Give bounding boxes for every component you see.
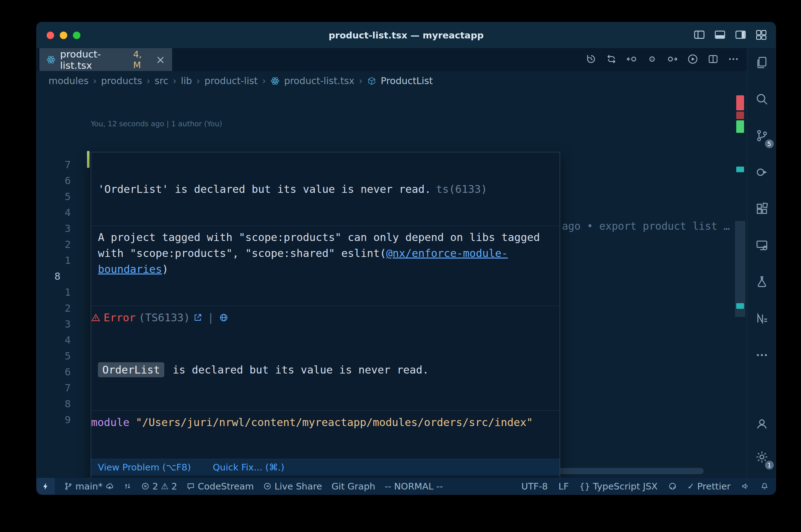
line-number: 1 — [37, 254, 91, 266]
remote-indicator[interactable] — [37, 478, 55, 494]
remote-explorer-icon[interactable] — [750, 233, 774, 257]
search-icon[interactable] — [750, 87, 774, 111]
more-actions-icon[interactable] — [727, 53, 739, 66]
token-message-row: OrderList is declared but its value is n… — [91, 354, 560, 385]
gitlens-codelens[interactable]: You, 12 seconds ago | 1 author (You) — [37, 116, 747, 132]
braces-icon: {} — [580, 481, 590, 491]
tab-close-icon[interactable]: × — [156, 54, 165, 65]
codestream-label: CodeStream — [198, 481, 254, 492]
breadcrumb-item[interactable]: ProductList — [381, 75, 433, 86]
branch-status[interactable]: main* — [64, 478, 114, 494]
tooltip-footer: View Problem (⌥F8) Quick Fix... (⌘.) — [91, 459, 560, 475]
toggle-secondary-sidebar-icon[interactable] — [734, 28, 747, 42]
testing-beaker-icon[interactable] — [750, 270, 774, 294]
toggle-sidebar-icon[interactable] — [693, 28, 706, 42]
extensions-icon[interactable] — [750, 197, 774, 221]
vscode-window: product-list.tsx — myreactapp product-li… — [36, 22, 776, 495]
breadcrumb-item[interactable]: lib — [181, 75, 192, 86]
compare-changes-icon[interactable] — [605, 53, 617, 66]
view-problem-link[interactable]: View Problem (⌥F8) — [98, 462, 191, 473]
more-views-icon[interactable] — [750, 343, 774, 367]
split-editor-icon[interactable] — [707, 53, 719, 66]
live-share-icon — [263, 482, 272, 490]
git-graph-status[interactable]: Git Graph — [331, 478, 375, 494]
settings-gear-icon[interactable]: 1 — [750, 445, 774, 469]
overview-ruler[interactable] — [735, 91, 745, 478]
breadcrumb-item[interactable]: product-list — [205, 75, 258, 86]
change-marker-icon[interactable] — [646, 53, 658, 66]
source-control-icon[interactable]: 5 — [750, 124, 774, 148]
lightning-icon — [42, 482, 50, 490]
run-debug-icon[interactable] — [750, 160, 774, 184]
status-bar: main* 2 ⚠ 2 CodeStream Live Share Git — [37, 478, 776, 494]
ruler-change-mark — [736, 120, 744, 133]
tab-bar: product-list.tsx 4, M × — [37, 48, 747, 71]
severity-label: Error — [104, 311, 135, 324]
tab-product-list[interactable]: product-list.tsx 4, M × — [39, 48, 172, 71]
separator: | — [207, 311, 214, 324]
layout-controls — [693, 22, 767, 48]
git-branch-icon — [64, 482, 73, 490]
line-number: 6 — [37, 175, 91, 187]
react-file-icon — [46, 55, 56, 64]
git-compare-status[interactable] — [123, 478, 132, 494]
ruler-info-mark — [736, 167, 744, 172]
globe-icon[interactable] — [219, 313, 229, 322]
accounts-icon[interactable] — [750, 412, 774, 436]
breadcrumb-item[interactable]: products — [101, 75, 142, 86]
error-circle-icon — [141, 482, 149, 490]
language-mode-status[interactable]: {} TypeScript JSX — [580, 478, 658, 494]
next-change-icon[interactable] — [667, 53, 678, 66]
cloud-upload-icon — [106, 482, 114, 490]
titlebar: product-list.tsx — myreactapp — [37, 22, 776, 48]
diagnostic-code: ts(6133) — [436, 183, 487, 195]
gutter-change-indicator — [87, 151, 90, 168]
explorer-icon[interactable] — [750, 51, 774, 74]
breadcrumb-item[interactable]: modules — [49, 75, 89, 86]
codestream-status[interactable]: CodeStream — [186, 478, 254, 494]
activity-bar: 5 1 — [747, 48, 776, 478]
line-number: 3 — [37, 223, 91, 234]
ruler-error-mark — [736, 95, 744, 110]
zoom-window-button[interactable] — [73, 32, 80, 39]
run-file-icon[interactable] — [687, 53, 699, 66]
breadcrumb-item[interactable]: src — [154, 75, 168, 86]
external-link-icon[interactable] — [193, 313, 202, 322]
feedback-status[interactable] — [741, 478, 750, 494]
git-graph-label: Git Graph — [331, 481, 375, 492]
github-status[interactable] — [668, 478, 677, 494]
warning-icon: ⚠ — [161, 481, 168, 491]
problems-status[interactable]: 2 ⚠ 2 — [141, 478, 177, 494]
ruler-info-mark — [736, 303, 744, 309]
previous-change-icon[interactable] — [626, 53, 638, 66]
toggle-panel-icon[interactable] — [714, 28, 726, 42]
nx-console-icon[interactable] — [750, 307, 774, 330]
editor-actions — [585, 48, 747, 71]
diagnostic-message-row: 'OrderList' is declared but its value is… — [91, 177, 560, 201]
line-number: 7 — [37, 382, 91, 394]
line-number: 7 — [37, 159, 91, 171]
error-hover-tooltip: 'OrderList' is declared but its value is… — [91, 152, 560, 478]
minimize-window-button[interactable] — [60, 32, 67, 39]
live-share-status[interactable]: Live Share — [263, 478, 322, 494]
vim-mode-label: -- NORMAL -- — [385, 481, 443, 492]
vim-mode-status: -- NORMAL -- — [385, 478, 443, 494]
close-window-button[interactable] — [47, 32, 54, 39]
line-number: 1 — [37, 286, 91, 298]
code-editor[interactable]: You, 12 seconds ago | 1 author (You) 7im… — [37, 91, 747, 478]
prettier-status[interactable]: ✓ Prettier — [688, 478, 731, 494]
source-control-badge: 5 — [765, 139, 774, 148]
customize-layout-icon[interactable] — [755, 28, 767, 42]
encoding-status[interactable]: UTF-8 — [521, 478, 548, 494]
notifications-status[interactable] — [760, 478, 769, 494]
chevron-right-icon: › — [359, 75, 363, 86]
chevron-right-icon: › — [262, 75, 266, 86]
breadcrumb-item[interactable]: product-list.tsx — [284, 75, 354, 86]
timeline-icon[interactable] — [585, 53, 597, 66]
scrollbar-thumb[interactable] — [735, 221, 745, 317]
chevron-right-icon: › — [146, 75, 150, 86]
eol-status[interactable]: LF — [559, 478, 569, 494]
tab-label: product-list.tsx — [60, 49, 129, 71]
quick-fix-link[interactable]: Quick Fix... (⌘.) — [213, 462, 285, 473]
encoding-label: UTF-8 — [521, 481, 548, 492]
